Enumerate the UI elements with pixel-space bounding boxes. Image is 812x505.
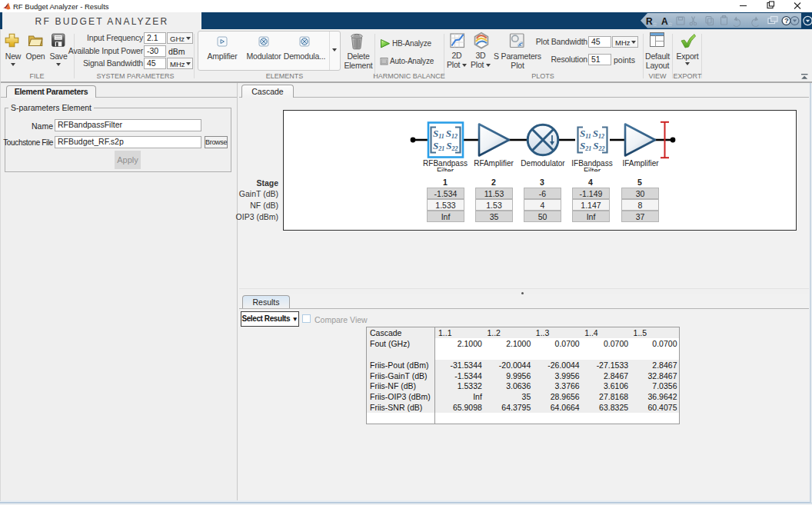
svg-text:☆: ☆ <box>653 22 657 27</box>
svg-text:?: ? <box>784 16 789 25</box>
svg-text:☆: ☆ <box>668 22 673 27</box>
